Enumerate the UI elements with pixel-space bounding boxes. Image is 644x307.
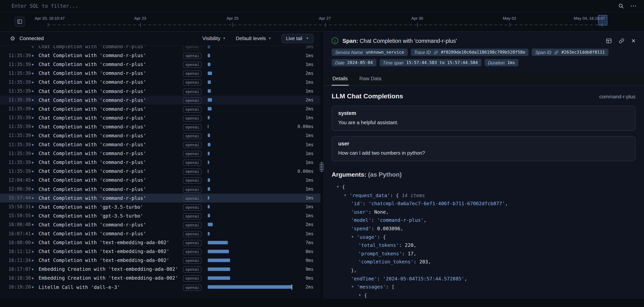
log-title: Chat Completion with 'command-r-plus' xyxy=(38,70,183,76)
panel-resize-handle[interactable] xyxy=(320,162,324,172)
duration-viz xyxy=(205,247,293,256)
collapse-chevron-icon[interactable]: ▼ xyxy=(344,191,350,199)
timeline-tick xyxy=(602,23,602,27)
duration-bar xyxy=(208,250,229,253)
duration-bar xyxy=(208,241,228,244)
log-row[interactable]: 12:04:45◆Chat Completion with 'command-r… xyxy=(0,176,320,185)
scope-badge: openai xyxy=(183,151,202,157)
duration-bar xyxy=(208,45,210,48)
log-row[interactable]: 11:35:39◆Chat Completion with 'command-r… xyxy=(0,60,320,69)
log-row[interactable]: 11:35:39◆Chat Completion with 'command-r… xyxy=(0,149,320,158)
collapse-chevron-icon[interactable]: ▼ xyxy=(351,233,357,241)
close-icon[interactable]: × xyxy=(632,38,636,43)
gear-icon[interactable]: ⚙ xyxy=(10,35,15,41)
meta-badge: Trace ID#f0209de10c6da1186198c799b528f58… xyxy=(410,49,529,56)
badge-value: #f0209de10c6da1186198c799b528f58e xyxy=(441,50,525,55)
log-row[interactable]: 16:18:38◆Embedding Creation with 'text-e… xyxy=(0,274,320,283)
log-timestamp: 11:35:39 xyxy=(8,61,32,67)
duration-viz xyxy=(205,202,293,211)
duration-bar xyxy=(208,268,230,271)
tab-details[interactable]: Details xyxy=(332,72,349,86)
scope-badge: openai xyxy=(183,62,202,68)
code-token: 'command-r-plus' xyxy=(377,217,424,223)
code-token: 'model' xyxy=(351,217,371,223)
log-title: Chat Completion with 'gpt-3.5-turbo' xyxy=(38,213,183,219)
code-token: : { xyxy=(390,192,402,198)
collapse-chevron-icon[interactable]: ▼ xyxy=(351,283,357,291)
span-diamond-icon: ◆ xyxy=(32,134,38,137)
log-duration: 9ms xyxy=(293,275,320,281)
copy-link-icon[interactable] xyxy=(619,38,625,44)
tab-raw-data[interactable]: Raw Data xyxy=(359,72,382,85)
span-diamond-icon: ◆ xyxy=(32,142,38,146)
search-icon[interactable] xyxy=(618,3,624,9)
duration-bar xyxy=(208,170,208,173)
log-row[interactable]: 11:35:39◆Chat Completion with 'command-r… xyxy=(0,158,320,167)
log-row[interactable]: 16:11:12◆Chat Completion with 'text-embe… xyxy=(0,247,320,256)
log-row[interactable]: 15:59:55◆Chat Completion with 'gpt-3.5-t… xyxy=(0,211,320,220)
collapse-chevron-icon[interactable]: ▼ xyxy=(336,183,342,191)
visibility-label: Visibility xyxy=(202,35,220,41)
scope-badge: openai xyxy=(183,204,202,210)
log-title: Chat Completion with 'command-r-plus' xyxy=(38,97,183,103)
scope-badge: openai xyxy=(183,115,202,121)
log-row[interactable]: ◆Chat Completion with 'command-r-plus'op… xyxy=(0,45,320,51)
code-token: , xyxy=(414,242,416,248)
log-row[interactable]: 11:35:39◆Chat Completion with 'command-r… xyxy=(0,95,320,104)
timeline-tick xyxy=(510,23,510,27)
duration-viz xyxy=(205,274,293,283)
code-token: , xyxy=(428,259,431,265)
log-title: Litellm Call with 'dall-e-3' xyxy=(38,284,183,290)
log-duration: 1ms xyxy=(293,186,320,192)
log-row[interactable]: 16:06:48◆Chat Completion with 'command-r… xyxy=(0,220,320,229)
log-row[interactable]: 11:35:39◆Chat Completion with 'command-r… xyxy=(0,69,320,78)
badge-row-2: Date2024-05-04Time span15:57:44.583 to 1… xyxy=(332,59,636,66)
code-token: : xyxy=(362,201,368,206)
duration-viz xyxy=(205,238,293,247)
log-title: Chat Completion with 'command-r-plus' xyxy=(38,231,183,236)
log-row[interactable]: 11:35:39◆Chat Completion with 'command-r… xyxy=(0,131,320,140)
log-row[interactable]: 11:35:39◆Chat Completion with 'command-r… xyxy=(0,51,320,60)
table-view-icon[interactable] xyxy=(606,38,612,44)
main-split: ⚙ Connected Visibility ▼ Default levels … xyxy=(0,32,644,307)
log-row[interactable]: 12:06:30◆Chat Completion with 'command-r… xyxy=(0,185,320,193)
log-timestamp: 16:11:34 xyxy=(8,258,32,263)
log-row[interactable]: 11:35:39◆Chat Completion with 'command-r… xyxy=(0,167,320,176)
log-row[interactable]: 11:35:39◆Chat Completion with 'command-r… xyxy=(0,104,320,113)
code-token: None xyxy=(374,209,386,215)
log-title: Chat Completion with 'command-r-plus' xyxy=(38,106,183,112)
log-title: Chat Completion with 'text-embedding-ada… xyxy=(38,248,183,254)
log-row[interactable]: 11:35:39◆Chat Completion with 'command-r… xyxy=(0,113,320,122)
sql-filter-input[interactable]: Enter SQL to filter... xyxy=(12,3,618,9)
code-token: 'endTime' xyxy=(351,276,377,281)
default-levels-dropdown[interactable]: Default levels ▼ xyxy=(236,35,271,41)
log-duration: 2ms xyxy=(293,97,320,103)
log-row[interactable]: 11:35:39◆Chat Completion with 'command-r… xyxy=(0,78,320,87)
scope-badge: openai xyxy=(183,249,202,255)
duration-bar xyxy=(208,214,210,218)
code-token: 'id' xyxy=(351,201,362,206)
log-row[interactable]: 16:08:00◆Chat Completion with 'text-embe… xyxy=(0,238,320,247)
log-row[interactable]: 11:35:39◆Chat Completion with 'command-r… xyxy=(0,140,320,149)
timeline-track[interactable]: Apr 20, 16:10:47Apr 23Apr 25Apr 27Apr 30… xyxy=(0,12,644,31)
log-tag-cell: openai xyxy=(183,45,205,49)
duration-bar xyxy=(208,232,210,235)
log-timestamp: 11:35:39 xyxy=(8,53,32,58)
visibility-dropdown[interactable]: Visibility ▼ xyxy=(202,35,226,41)
log-row[interactable]: 11:35:39◆Chat Completion with 'command-r… xyxy=(0,87,320,95)
log-row[interactable]: 11:35:39◆Chat Completion with 'command-r… xyxy=(0,122,320,131)
ellipsis-menu-icon[interactable]: ⋯ xyxy=(630,4,637,8)
log-row[interactable]: 15:58:31◆Chat Completion with 'gpt-3.5-t… xyxy=(0,202,320,211)
code-token: 'total_tokens' xyxy=(358,242,399,248)
duration-bar xyxy=(208,89,211,93)
log-title: Chat Completion with 'command-r-plus' xyxy=(38,195,183,201)
log-row[interactable]: 16:19:20◆Litellm Call with 'dall-e-3'ope… xyxy=(0,283,320,291)
log-title: Chat Completion with 'command-r-plus' xyxy=(38,177,183,183)
log-row[interactable]: 16:07:41◆Chat Completion with 'command-r… xyxy=(0,229,320,238)
log-row[interactable]: 16:11:34◆Chat Completion with 'text-embe… xyxy=(0,256,320,265)
live-tail-button[interactable]: Live tail ▼ xyxy=(281,34,314,43)
log-tag-cell: openai xyxy=(183,186,205,192)
log-row[interactable]: 15:57:44◆Chat Completion with 'command-r… xyxy=(0,193,320,202)
log-row[interactable]: 16:17:07◆Embedding Creation with 'text-e… xyxy=(0,265,320,274)
collapse-chevron-icon[interactable]: ▼ xyxy=(358,291,364,299)
